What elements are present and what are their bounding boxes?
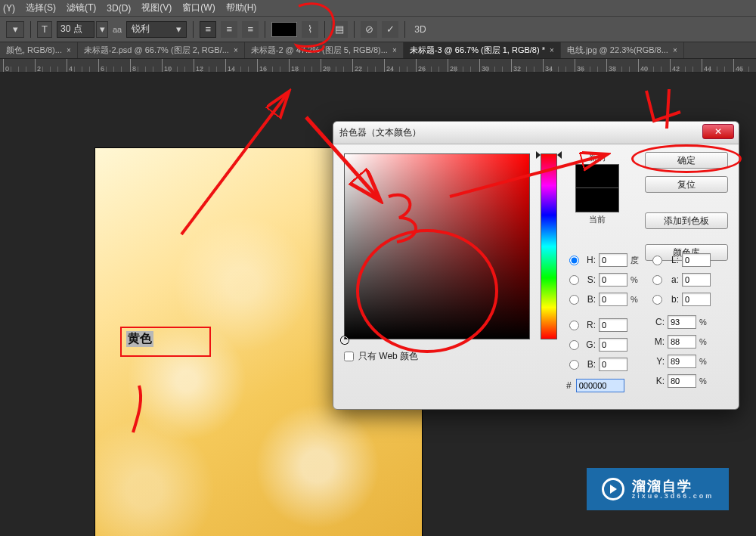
g-radio[interactable]	[569, 340, 579, 350]
r-field[interactable]	[599, 318, 627, 332]
C-field[interactable]	[668, 315, 696, 329]
g-label: G:	[584, 339, 596, 350]
menu-item[interactable]: 窗口(W)	[182, 2, 215, 14]
web-only-checkbox[interactable]	[344, 352, 354, 361]
font-size-dropdown[interactable]: ▾	[96, 21, 108, 38]
document-tab[interactable]: 未标题-3 @ 66.7% (图层 1, RGB/8) *×	[404, 42, 561, 58]
close-icon[interactable]: ×	[550, 46, 554, 54]
bc-field[interactable]	[599, 358, 627, 371]
menu-bar: (Y) 选择(S) 滤镜(T) 3D(D) 视图(V) 窗口(W) 帮助(H)	[0, 0, 756, 17]
menu-item[interactable]: 滤镜(T)	[67, 2, 96, 14]
L-radio[interactable]	[652, 256, 662, 265]
text-orientation-button[interactable]: T	[37, 21, 52, 38]
ruler-tick: 46	[733, 59, 743, 73]
web-only-checkbox-row: 只有 Web 颜色	[344, 350, 418, 363]
g-field[interactable]	[599, 338, 627, 352]
horizontal-ruler[interactable]: 0246810121416182022242628303234363840424…	[0, 59, 756, 73]
text-layer-selection[interactable]: 黄色	[120, 327, 211, 357]
menu-item[interactable]: 帮助(H)	[226, 2, 257, 14]
menu-item[interactable]: 选择(S)	[26, 2, 56, 14]
b-field[interactable]	[599, 293, 627, 306]
hsb-rgb-fields: H:度 S:% B:% R: G: B:	[569, 250, 641, 374]
watermark: 溜溜自学 zixue.3d66.com	[587, 468, 729, 510]
current-color-swatch[interactable]	[575, 188, 619, 212]
color-picker-dialog[interactable]: 拾色器（文本颜色） ✕ 当前 新的 确定 复位 添加到色板 颜色库 H:度 S	[333, 121, 739, 410]
b-unit: %	[631, 295, 641, 304]
align-center-button[interactable]: ≡	[221, 21, 237, 38]
document-tab[interactable]: 颜色, RGB/8)...×	[0, 42, 78, 58]
ruler-tick: 2	[35, 59, 41, 73]
a-field[interactable]	[682, 273, 711, 287]
lb-radio[interactable]	[652, 295, 662, 305]
close-icon[interactable]: ×	[234, 46, 238, 54]
align-left-button[interactable]: ≡	[200, 21, 216, 38]
text-color-swatch[interactable]	[271, 22, 297, 37]
commit-edit-button[interactable]: ✓	[382, 21, 398, 38]
font-size-control[interactable]: 30 点 ▾	[57, 21, 108, 38]
divider	[404, 21, 405, 38]
Y-field[interactable]	[668, 355, 696, 368]
new-color-swatch[interactable]	[575, 164, 619, 188]
ruler-tick: 20	[321, 59, 330, 73]
hue-strip[interactable]	[541, 153, 557, 339]
tool-preset-button[interactable]: ▾	[6, 21, 24, 38]
document-tab[interactable]: 未标题-2.psd @ 66.7% (图层 2, RGB/...×	[78, 42, 245, 58]
warp-text-button[interactable]: ⌇	[302, 21, 318, 38]
document-tab[interactable]: 电线.jpg @ 22.3%(RGB/8...×	[561, 42, 684, 58]
h-radio[interactable]	[569, 256, 579, 265]
L-field[interactable]	[682, 253, 711, 267]
text-layer-content[interactable]: 黄色	[126, 331, 153, 347]
close-icon[interactable]: ×	[673, 46, 677, 54]
dialog-titlebar[interactable]: 拾色器（文本颜色） ✕	[333, 122, 739, 144]
watermark-url: zixue.3d66.com	[632, 493, 714, 500]
menu-item[interactable]: (Y)	[3, 3, 15, 14]
lb-field[interactable]	[682, 293, 711, 306]
new-color-label: 新的	[575, 152, 619, 163]
cancel-edit-button[interactable]: ⊘	[361, 21, 377, 38]
ruler-tick: 44	[702, 59, 711, 73]
M-field[interactable]	[668, 335, 696, 349]
a-radio[interactable]	[652, 275, 662, 285]
ruler-tick: 10	[162, 59, 172, 73]
hue-pointer	[557, 151, 562, 159]
h-unit: 度	[631, 255, 641, 266]
Y-label: Y:	[652, 356, 665, 367]
reset-button[interactable]: 复位	[645, 176, 728, 193]
ok-button[interactable]: 确定	[645, 152, 728, 169]
close-icon[interactable]: ×	[392, 46, 397, 54]
bc-radio[interactable]	[569, 360, 579, 370]
s-radio[interactable]	[569, 275, 579, 285]
saturation-value-field[interactable]	[344, 153, 530, 339]
bc-label: B:	[584, 359, 596, 370]
C-unit: %	[699, 318, 710, 327]
hex-field[interactable]	[576, 379, 624, 392]
font-size-field[interactable]: 30 点	[57, 21, 94, 38]
hex-prefix: #	[566, 380, 572, 391]
M-unit: %	[699, 337, 710, 346]
antialias-select[interactable]: 锐利 ▾	[126, 21, 187, 38]
hue-pointer	[536, 151, 541, 159]
character-panel-button[interactable]: ▤	[331, 21, 348, 38]
divider	[324, 21, 325, 38]
s-field[interactable]	[599, 273, 627, 287]
ruler-tick: 4	[67, 59, 73, 73]
K-field[interactable]	[668, 374, 696, 388]
menu-item[interactable]: 视图(V)	[141, 2, 172, 14]
r-label: R:	[584, 320, 596, 330]
h-field[interactable]	[599, 253, 627, 267]
b-label: B:	[584, 294, 596, 305]
b-radio[interactable]	[569, 295, 579, 305]
ruler-tick: 14	[225, 59, 235, 73]
align-right-button[interactable]: ≡	[242, 21, 259, 38]
sv-cursor[interactable]	[341, 336, 349, 344]
dialog-close-button[interactable]: ✕	[702, 124, 734, 139]
r-radio[interactable]	[569, 321, 579, 330]
add-swatch-button[interactable]: 添加到色板	[645, 212, 728, 229]
close-icon: ✕	[714, 126, 722, 137]
document-tab[interactable]: 未标题-2 @ 47.2% (图层 5, RGB/8)...×	[245, 42, 404, 58]
menu-item[interactable]: 3D(D)	[107, 3, 131, 14]
dialog-body: 当前 新的 确定 复位 添加到色板 颜色库 H:度 S:% B:% R: G: …	[333, 144, 739, 409]
watermark-title: 溜溜自学	[632, 479, 714, 493]
3d-button[interactable]: 3D	[411, 24, 429, 35]
close-icon[interactable]: ×	[67, 46, 71, 54]
